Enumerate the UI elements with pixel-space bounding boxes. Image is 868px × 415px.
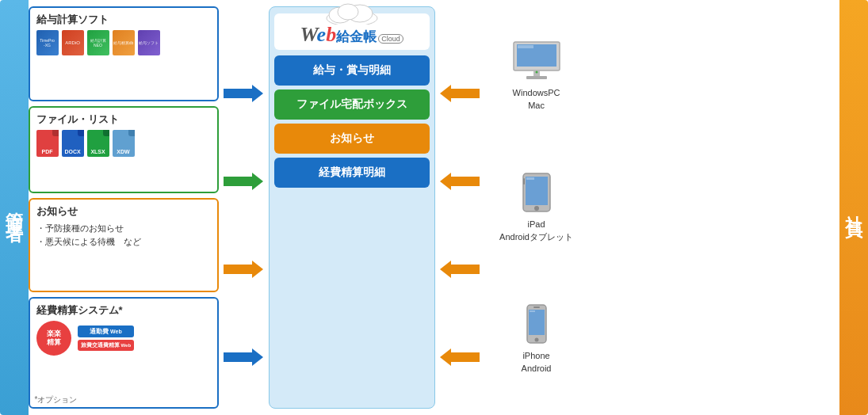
kanrisha-label: 管理者 xyxy=(0,0,29,415)
file-icons: PDF DOCX XLSX xyxy=(36,130,211,157)
right-arrows xyxy=(438,6,482,409)
cloud-svg xyxy=(324,2,380,28)
left-arrows xyxy=(222,6,266,409)
docx-icon: DOCX xyxy=(62,130,84,157)
file-list-box: ファイル・リスト PDF DOCX xyxy=(29,106,219,193)
arrow-blue-2 xyxy=(224,348,263,366)
kyuyo-soft-box: 給与計算ソフト TimePro-XG ARDiO 給与計算NEO 給与精算db … xyxy=(29,6,219,101)
svg-rect-8 xyxy=(526,76,547,79)
feature-oshirase: お知らせ xyxy=(274,124,430,154)
svg-rect-14 xyxy=(523,178,525,185)
tablet-icon xyxy=(522,172,552,216)
pdf-file: PDF xyxy=(36,130,59,157)
svg-rect-12 xyxy=(526,177,534,180)
kyuyo-5-icon: 給与ソフト xyxy=(138,30,160,55)
main-container: 管理者 給与計算ソフト TimePro-XG ARDiO 給与計算NEO 給与精… xyxy=(0,0,868,415)
feature-file: ファイル宅配ボックス xyxy=(274,89,430,120)
xlsx-icon: XLSX xyxy=(87,130,109,157)
phone-icon xyxy=(526,303,548,348)
oshirase-box: お知らせ ・予防接種のお知らせ ・悪天候による待機 など xyxy=(29,198,219,293)
tsuukin-icon: 通勤費 Web xyxy=(78,326,135,337)
svg-rect-19 xyxy=(533,306,540,308)
oshirase-title: お知らせ xyxy=(36,204,211,219)
content-layout: 給与計算ソフト TimePro-XG ARDiO 給与計算NEO 給与精算db … xyxy=(29,0,840,415)
kyukin-text: 給金帳 xyxy=(336,28,377,46)
shain-label: 社員 xyxy=(839,0,868,415)
source-column: 給与計算ソフト TimePro-XG ARDiO 給与計算NEO 給与精算db … xyxy=(29,6,219,409)
pdf-icon: PDF xyxy=(36,130,59,157)
kyuyo-neo-icon: 給与計算NEO xyxy=(87,30,109,55)
devices-column: WindowsPC Mac iPad Androidタブレット xyxy=(485,6,588,409)
option-note: *オプション xyxy=(35,394,78,405)
kyuyo-icons: TimePro-XG ARDiO 給与計算NEO 給与精算db 給与ソフト xyxy=(36,30,211,55)
kyuyo-db-icon: 給与精算db xyxy=(113,30,135,55)
oshirase-content: ・予防接種のお知らせ ・悪天候による待機 など xyxy=(36,222,211,249)
svg-rect-6 xyxy=(518,45,533,48)
xdw-file: XDW xyxy=(113,130,135,157)
device-phone: iPhone Android xyxy=(522,303,552,375)
keihi-box: 経費精算システム* 楽楽精算 通勤費 Web 旅費交通費精算 Web *オプショ… xyxy=(29,297,219,409)
pc-icon xyxy=(512,40,561,85)
svg-point-3 xyxy=(338,4,358,20)
feature-kyuyo: 給与・賞与明細 xyxy=(274,55,430,86)
docx-file: DOCX xyxy=(62,130,84,157)
svg-point-18 xyxy=(534,338,538,342)
svg-rect-16 xyxy=(529,310,545,335)
arrow-blue-1 xyxy=(224,85,263,102)
file-list-title: ファイル・リスト xyxy=(36,112,211,127)
tsuukin-ryokou: 通勤費 Web 旅費交通費精算 Web xyxy=(78,326,135,351)
arrow-green-1 xyxy=(224,173,263,190)
expense-icons: 楽楽精算 通勤費 Web 旅費交通費精算 Web xyxy=(36,321,211,356)
cloud-label: Cloud xyxy=(378,34,403,44)
device-tablet: iPad Androidタブレット xyxy=(499,172,573,243)
feature-boxes: 給与・賞与明細 ファイル宅配ボックス お知らせ 経費精算明細 xyxy=(274,55,430,188)
arrow-orange-left-3 xyxy=(440,261,480,278)
svg-point-13 xyxy=(534,206,539,211)
arrow-orange-left-2 xyxy=(440,173,480,190)
ardio-icon: ARDiO xyxy=(62,30,84,55)
rakuraku-icon: 楽楽精算 xyxy=(36,321,71,356)
web-cloud-logo: Web 給金帳 Cloud xyxy=(274,13,430,50)
xlsx-file: XLSX xyxy=(87,130,109,157)
svg-rect-11 xyxy=(526,177,548,205)
svg-rect-17 xyxy=(530,310,535,312)
ryokou-icon: 旅費交通費精算 Web xyxy=(78,340,135,351)
feature-keihi: 経費精算明細 xyxy=(274,158,430,188)
xdw-icon: XDW xyxy=(113,130,135,157)
device-pc: WindowsPC Mac xyxy=(512,40,561,112)
phone-label: iPhone Android xyxy=(522,350,552,375)
tablet-label: iPad Androidタブレット xyxy=(499,219,573,243)
arrow-orange-left-4 xyxy=(440,348,480,366)
arrow-orange-left-1 xyxy=(440,85,480,102)
keihi-title: 経費精算システム* xyxy=(36,303,211,318)
svg-point-9 xyxy=(535,71,537,74)
kyuyo-soft-title: 給与計算ソフト xyxy=(36,13,211,27)
timepro-icon: TimePro-XG xyxy=(36,30,59,55)
arrow-orange-1 xyxy=(224,261,263,278)
pc-label: WindowsPC Mac xyxy=(513,87,560,112)
center-block: Web 給金帳 Cloud 給与・賞与明細 ファイル宅配ボックス お知らせ 経費… xyxy=(269,6,435,409)
